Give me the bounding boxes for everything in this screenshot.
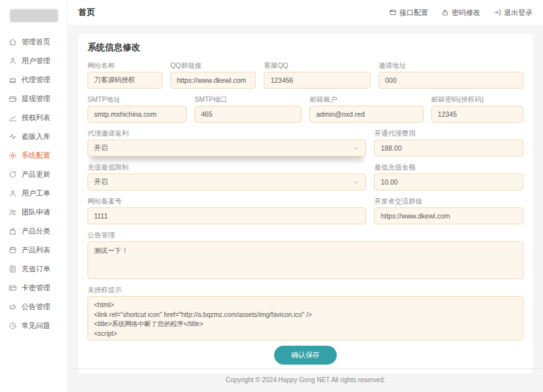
service-qq-label: 客服QQ [264, 61, 371, 69]
unauthorized-tip-textarea[interactable] [87, 296, 523, 340]
field-mail-account: 邮箱账户 [309, 95, 423, 123]
header-action-password-change[interactable]: 密码修改 [441, 8, 480, 18]
user-icon [8, 57, 17, 65]
smtp-address-input[interactable] [87, 106, 187, 123]
sidebar-item-withdrawals[interactable]: 提现管理 [0, 89, 67, 108]
field-smtp-address: SMTP地址 [87, 95, 187, 123]
agent-fee-label: 开通代理费用 [374, 129, 523, 137]
sidebar-item-recharge-orders[interactable]: 充值订单 [0, 260, 67, 279]
field-qq-group-link: QQ群链接 [170, 61, 256, 89]
logo-placeholder [10, 9, 58, 22]
sidebar-item-label: 用户工单 [22, 188, 50, 198]
sidebar-item-user-tickets[interactable]: 用户工单 [0, 184, 67, 203]
sidebar-item-label: 公告管理 [22, 302, 50, 312]
app: 管理首页用户管理代理管理提现管理授权列表盗版入库系统配置产品更新用户工单团队申请… [0, 0, 543, 392]
field-invite-address: 邀请地址 [379, 61, 523, 89]
sidebar: 管理首页用户管理代理管理提现管理授权列表盗版入库系统配置产品更新用户工单团队申请… [0, 0, 68, 392]
form-row-2: SMTP地址 SMTP端口 邮箱账户 邮箱密码(授权码) [87, 95, 523, 123]
header-action-label: 密码修改 [452, 8, 480, 18]
form-row-1: 网站名称 QQ群链接 客服QQ 邀请地址 [87, 61, 523, 89]
sidebar-item-product-categories[interactable]: 产品分类 [0, 222, 67, 241]
field-icp-number: 网站备案号 [87, 197, 366, 224]
megaphone-icon [8, 303, 17, 311]
field-unauthorized-tip: 未授权提示 [87, 286, 523, 340]
sidebar-item-home[interactable]: 管理首页 [0, 33, 67, 52]
recharge-min-amount-input[interactable] [374, 173, 523, 190]
update-icon [8, 170, 17, 179]
chevron-down-icon [352, 145, 360, 152]
sidebar-item-label: 提现管理 [22, 94, 50, 104]
recharge-min-limit-select[interactable]: 开启 [87, 173, 366, 190]
recharge-min-limit-label: 充值最低限制 [87, 163, 366, 171]
smtp-port-label: SMTP端口 [194, 95, 302, 103]
qq-group-link-input[interactable] [170, 72, 256, 89]
dev-group-link-input[interactable] [374, 207, 523, 224]
agent-invite-rebate-select[interactable]: 开启 [87, 140, 366, 157]
invite-address-label: 邀请地址 [379, 61, 523, 69]
lock-icon [441, 8, 449, 16]
announcement-textarea[interactable] [87, 241, 523, 279]
header-action-label: 退出登录 [504, 8, 533, 18]
sidebar-item-product-list[interactable]: 产品列表 [0, 241, 67, 260]
sidebar-item-faq[interactable]: 常见问题 [0, 316, 67, 335]
form-row-3: 代理邀请返利 开启 开通代理费用 [87, 129, 523, 157]
field-dev-group-link: 开发者交流群链 [374, 197, 523, 224]
activity-icon [8, 132, 17, 141]
sidebar-item-label: 卡密管理 [22, 283, 50, 293]
save-button[interactable]: 确认保存 [274, 346, 337, 365]
sidebar-item-label: 代理管理 [22, 75, 50, 85]
field-recharge-min-amount: 最低充值金额 [374, 163, 523, 190]
card-icon [8, 284, 17, 292]
page-title: 首页 [78, 7, 95, 18]
sidebar-item-label: 产品列表 [22, 245, 50, 255]
sidebar-item-label: 团队申请 [22, 207, 50, 217]
field-announcement: 公告管理 [87, 231, 523, 279]
agent-fee-input[interactable] [374, 140, 523, 157]
qq-group-link-label: QQ群链接 [170, 61, 256, 69]
form-row-6: 公告管理 [87, 231, 523, 279]
crown-icon [8, 76, 17, 84]
sidebar-item-card-keys[interactable]: 卡密管理 [0, 279, 67, 297]
sidebar-item-licenses[interactable]: 授权列表 [0, 108, 67, 127]
sidebar-item-label: 管理首页 [22, 37, 50, 47]
sidebar-item-team-requests[interactable]: 团队申请 [0, 203, 67, 222]
recharge-min-limit-selected: 开启 [94, 177, 108, 187]
mail-account-label: 邮箱账户 [309, 95, 423, 103]
card-title: 系统信息修改 [87, 42, 523, 53]
bag-icon [8, 227, 17, 235]
announcement-label: 公告管理 [87, 231, 523, 239]
header-action-api-config[interactable]: 接口配置 [389, 8, 428, 18]
wallet-icon [8, 95, 17, 103]
header: 首页 接口配置密码修改退出登录 [68, 0, 543, 25]
sidebar-item-announcements[interactable]: 公告管理 [0, 297, 67, 316]
header-actions: 接口配置密码修改退出登录 [389, 8, 533, 18]
invite-address-input[interactable] [379, 72, 523, 89]
header-action-logout[interactable]: 退出登录 [493, 8, 533, 18]
field-agent-fee: 开通代理费用 [374, 129, 523, 157]
sidebar-item-users[interactable]: 用户管理 [0, 52, 67, 70]
sidebar-item-label: 产品更新 [22, 170, 50, 179]
field-agent-invite-rebate: 代理邀请返利 开启 [87, 129, 366, 157]
chevron-down-icon [352, 179, 360, 186]
site-name-input[interactable] [87, 72, 163, 89]
mail-password-input[interactable] [431, 106, 523, 123]
content: 系统信息修改 网站名称 QQ群链接 客服QQ [68, 25, 543, 369]
field-mail-password: 邮箱密码(授权码) [431, 95, 523, 123]
icp-number-input[interactable] [87, 207, 366, 224]
sidebar-item-agents[interactable]: 代理管理 [0, 70, 67, 89]
field-site-name: 网站名称 [87, 61, 163, 89]
service-qq-input[interactable] [264, 72, 371, 89]
mail-account-input[interactable] [309, 106, 423, 123]
header-action-label: 接口配置 [399, 8, 428, 18]
box-icon [8, 246, 17, 254]
field-smtp-port: SMTP端口 [194, 95, 302, 123]
agent-invite-rebate-selected: 开启 [94, 143, 108, 153]
sidebar-item-system-config[interactable]: 系统配置 [0, 146, 67, 165]
smtp-address-label: SMTP地址 [87, 95, 187, 103]
sidebar-item-product-updates[interactable]: 产品更新 [0, 165, 67, 184]
field-recharge-min-limit: 充值最低限制 开启 [87, 163, 366, 190]
logout-icon [493, 8, 501, 16]
main-area: 首页 接口配置密码修改退出登录 系统信息修改 网站名称 QQ群链接 [68, 0, 543, 392]
smtp-port-input[interactable] [194, 106, 302, 123]
sidebar-item-pirate-db[interactable]: 盗版入库 [0, 127, 67, 146]
